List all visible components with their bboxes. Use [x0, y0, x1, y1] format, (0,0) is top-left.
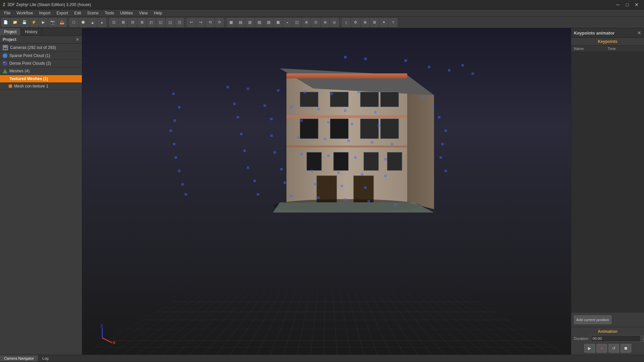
keypoints-close-btn[interactable]: ✕	[637, 30, 641, 36]
tool-open[interactable]: 📁	[11, 18, 19, 27]
tool-undo[interactable]: ↩	[187, 18, 196, 27]
tool-sel7[interactable]: ◲	[166, 18, 174, 27]
menu-scene[interactable]: Scene	[85, 10, 101, 16]
project-close-btn[interactable]: ✕	[76, 37, 79, 42]
tool-view6[interactable]: ▩	[274, 18, 282, 27]
sep-5	[340, 19, 340, 26]
tab-history[interactable]: History	[21, 28, 42, 36]
duration-up-btn[interactable]: ▲	[643, 335, 644, 342]
proj-item-cameras[interactable]: 📷 Cameras (292 out of 293)	[0, 44, 82, 52]
tool-photo[interactable]: 📷	[48, 18, 57, 27]
mesh1-label: Mesh con texture 1	[14, 84, 48, 88]
cam-marker-39: ⊠	[317, 107, 320, 111]
menu-view[interactable]: View	[137, 10, 151, 16]
tool-sel5[interactable]: ◰	[147, 18, 156, 27]
tab-project[interactable]: Project	[0, 28, 21, 36]
cam-marker-54: ⊠	[391, 142, 393, 146]
menu-utilities[interactable]: Utilities	[117, 10, 136, 16]
tool-run[interactable]: ▶	[39, 18, 48, 27]
sub-item-mesh1[interactable]: Mesh con texture 1	[0, 83, 82, 90]
tool-workflow[interactable]: ⚡	[30, 18, 38, 27]
menu-help[interactable]: Help	[151, 10, 165, 16]
btab-camera-navigator[interactable]: Camera Navigator	[0, 355, 38, 361]
tool-sel3[interactable]: ⊟	[128, 18, 137, 27]
tool-view1[interactable]: ▦	[227, 18, 235, 27]
tool-forward[interactable]: ⟳	[215, 18, 224, 27]
proj-item-dense[interactable]: Dense Point Clouds (2)	[0, 60, 82, 67]
tool-tri2[interactable]: ▴	[98, 18, 106, 27]
menu-export[interactable]: Export	[54, 10, 71, 16]
tool-sphere[interactable]: ⬡	[69, 18, 78, 27]
close-button[interactable]: ✕	[632, 0, 641, 9]
tool-star[interactable]: ✦	[379, 18, 388, 27]
svg-rect-11	[380, 119, 399, 139]
tool-add[interactable]: ⊕	[361, 18, 369, 27]
proj-item-textured[interactable]: Textured Meshes (1)	[0, 75, 82, 83]
cam-marker-26: ⊠	[444, 169, 447, 173]
menu-file[interactable]: File	[1, 10, 13, 16]
tool-view7[interactable]: ▪	[283, 18, 292, 27]
project-header: Project ✕	[0, 36, 82, 44]
tool-view11[interactable]: ⊚	[321, 18, 329, 27]
tool-view4[interactable]: ▧	[255, 18, 264, 27]
tool-view5[interactable]: ▨	[264, 18, 273, 27]
tool-sel6[interactable]: ◱	[156, 18, 165, 27]
cam-marker-42: ⊠	[236, 115, 239, 119]
left-panel: Project History Project ✕ 📷 Cameras (292…	[0, 28, 82, 355]
tool-sel1[interactable]: ⊡	[109, 18, 118, 27]
meshes-icon	[3, 69, 7, 73]
titlebar-title: 3DF Zephyr Lite (Steam Edition) 3.200 (h…	[7, 2, 91, 7]
menu-workflow[interactable]: Workflow	[14, 10, 36, 16]
tool-settings[interactable]: ⚙	[351, 18, 360, 27]
cam-marker-61: ⊠	[247, 166, 249, 169]
anim-end-btn[interactable]: ⏹	[621, 344, 631, 353]
tool-view10[interactable]: ⊙	[311, 18, 320, 27]
cam-marker-56: ⊠	[273, 150, 276, 154]
tool-sel4[interactable]: ⊞	[138, 18, 146, 27]
tool-back[interactable]: ⟲	[206, 18, 214, 27]
cam-marker-3: ⊠	[404, 58, 407, 63]
cam-marker-53: ⊠	[371, 140, 373, 144]
tool-redo[interactable]: ↪	[196, 18, 205, 27]
textured-label: Textured Meshes (1)	[9, 76, 48, 81]
tool-view8[interactable]: ◫	[292, 18, 301, 27]
menu-import[interactable]: Import	[36, 10, 53, 16]
tool-tri[interactable]: ▲	[88, 18, 97, 27]
anim-record-btn[interactable]: ●	[596, 344, 607, 353]
tool-view12[interactable]: ◎	[330, 18, 339, 27]
maximize-button[interactable]: □	[623, 0, 632, 9]
cam-marker-74: ⊠	[317, 196, 320, 199]
tool-export[interactable]: 📤	[58, 18, 66, 27]
tool-help[interactable]: ?	[389, 18, 397, 27]
duration-input[interactable]	[591, 335, 641, 342]
tool-save[interactable]: 💾	[20, 18, 29, 27]
cam-marker-17: ⊠	[181, 182, 184, 186]
add-current-position-button[interactable]: Add current position	[574, 315, 611, 324]
menu-edit[interactable]: Edit	[71, 10, 84, 16]
tool-view2[interactable]: ▤	[236, 18, 245, 27]
sep-1	[68, 19, 68, 26]
cam-marker-43: ⊠	[270, 117, 273, 121]
tool-new[interactable]: 📄	[1, 18, 10, 27]
cam-marker-72: ⊠	[257, 192, 259, 196]
tool-box[interactable]: ⬢	[79, 18, 88, 27]
tool-line[interactable]: |	[342, 18, 351, 27]
anim-play-btn[interactable]: ▶	[584, 344, 595, 353]
proj-item-sparse[interactable]: Sparse Point Cloud (1)	[0, 52, 82, 60]
tool-expand[interactable]: ⊞	[370, 18, 379, 27]
tool-view3[interactable]: ▥	[246, 18, 254, 27]
viewport[interactable]: ⊠ ⊠ ⊠ ⊠ ⊠ ⊠ ⊠ ⊠ ⊠ ⊠ ⊠ ⊠ ⊠ ⊠ ⊠ ⊠ ⊠ ⊠ ⊠ ⊠ …	[82, 28, 571, 355]
menu-tools[interactable]: Tools	[102, 10, 117, 16]
proj-item-meshes[interactable]: Meshes (4)	[0, 67, 82, 75]
project-title: Project	[3, 37, 16, 42]
tool-sel8[interactable]: ◳	[175, 18, 184, 27]
cam-marker-49: ⊠	[270, 134, 273, 137]
anim-reset-btn[interactable]: ↺	[608, 344, 619, 353]
cam-marker-22: ⊠	[438, 115, 440, 119]
tool-view9[interactable]: ⊛	[302, 18, 311, 27]
tool-sel2[interactable]: ⊠	[119, 18, 127, 27]
btab-log[interactable]: Log	[38, 355, 53, 361]
cam-marker-71: ⊠	[364, 186, 367, 189]
minimize-button[interactable]: ─	[613, 0, 623, 9]
cam-marker-4: ⊠	[428, 65, 430, 69]
